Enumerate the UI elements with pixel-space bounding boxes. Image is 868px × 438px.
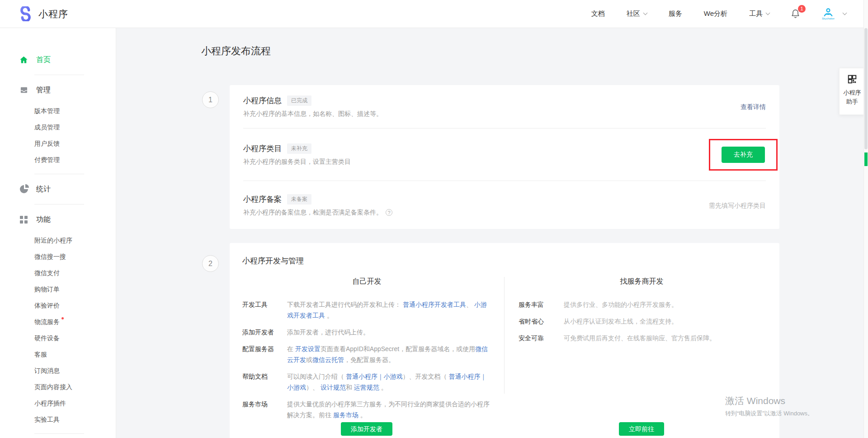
- go-now-button[interactable]: 立即前往: [619, 422, 664, 436]
- account-chevron-down-icon[interactable]: [843, 10, 847, 15]
- sidebar: 首页 管理 版本管理 成员管理 用户反馈 付费管理 统计: [0, 28, 116, 438]
- view-details-link[interactable]: 查看详情: [741, 103, 766, 110]
- inline-link[interactable]: 设计规范: [321, 384, 346, 391]
- sidebar-item-payment-management[interactable]: 付费管理: [34, 152, 116, 168]
- fill-category-button[interactable]: 去补充: [722, 147, 765, 163]
- row-description: 补充小程序的服务类目，设置主营类目: [243, 158, 766, 166]
- inline-link[interactable]: 微信云托管: [312, 356, 344, 363]
- avatar-caption: Skychaker: [822, 17, 835, 20]
- sidebar-item-shopping-orders[interactable]: 购物订单: [34, 281, 116, 297]
- scrollbar-highlight-marker: [864, 152, 868, 166]
- inline-text: ）、开发文档（: [403, 373, 449, 380]
- sidebar-divider: [34, 204, 84, 205]
- chevron-down-icon: [766, 10, 770, 15]
- sidebar-item-member-management[interactable]: 成员管理: [34, 119, 116, 135]
- inline-link[interactable]: 运营规范: [354, 384, 379, 391]
- logo-text: 小程序: [38, 8, 68, 20]
- inline-text: 添加开发者，进行代码上传。: [287, 328, 369, 336]
- flow-row-miniprogram-category: 小程序类目 未补充 补充小程序的服务类目，设置主营类目 去补充: [230, 129, 779, 181]
- inline-link[interactable]: 服务市场: [333, 411, 359, 419]
- sidebar-item-statistics[interactable]: 统计: [0, 180, 116, 198]
- dev-row-label: 帮助文档: [242, 371, 287, 393]
- add-developer-button[interactable]: 添加开发者: [341, 422, 392, 436]
- sidebar-divider: [34, 433, 84, 434]
- top-nav: 文档 社区 服务 We分析 工具 1 Skychaker: [570, 5, 846, 23]
- sidebar-item-subscribe-message[interactable]: 订阅消息: [34, 362, 116, 379]
- inline-text: 或: [306, 356, 312, 363]
- miniprogram-logo[interactable]: 小程序: [18, 6, 68, 21]
- self-dev-column: 自己开发 开发工具 下载开发者工具进行代码的开发和上传： 普通小程序开发者工具、…: [230, 273, 504, 426]
- notification-badge: 1: [798, 5, 806, 13]
- inline-text: 。: [325, 312, 333, 319]
- sidebar-manage-label: 管理: [36, 86, 51, 95]
- nav-community[interactable]: 社区: [627, 10, 647, 18]
- column-divider: [504, 277, 505, 394]
- vendor-row-label: 服务丰富: [519, 299, 564, 310]
- inline-link[interactable]: ｜: [481, 373, 487, 380]
- sidebar-item-user-feedback[interactable]: 用户反馈: [34, 135, 116, 152]
- annotation-highlight-box: 去补充: [709, 139, 778, 171]
- chevron-down-icon: [643, 10, 647, 15]
- sidebar-item-page-content-access[interactable]: 页面内容接入: [34, 379, 116, 395]
- sidebar-item-hardware-device[interactable]: 硬件设备: [34, 330, 116, 346]
- prerequisite-note: 需先填写小程序类目: [709, 201, 766, 209]
- sidebar-item-miniprogram-plugin[interactable]: 小程序插件: [34, 395, 116, 411]
- help-icon[interactable]: ?: [386, 209, 392, 216]
- sidebar-item-nearby-miniprogram[interactable]: 附近的小程序: [34, 232, 116, 248]
- inline-text: 页面查看AppID和AppSecret，配置服务器域名，或使用: [321, 345, 475, 352]
- nav-service[interactable]: 服务: [669, 10, 682, 18]
- nav-tools-label: 工具: [749, 10, 763, 18]
- sidebar-item-customer-service[interactable]: 客服: [34, 346, 116, 362]
- inline-text: 、: [466, 301, 474, 308]
- inline-link[interactable]: 开发设置: [295, 345, 321, 352]
- vendor-row-text: 可免费试用后再支付、在线客服响应、官方售后保障。: [564, 333, 716, 343]
- sidebar-divider: [34, 75, 84, 75]
- inline-link[interactable]: 小游戏: [287, 384, 306, 391]
- qr-code-icon: [847, 74, 857, 84]
- vendor-row-safe-reliable: 安全可靠 可免费试用后再支付、在线客服响应、官方售后保障。: [504, 333, 779, 343]
- avatar-logo-icon: [822, 8, 835, 17]
- sidebar-item-home[interactable]: 首页: [0, 51, 116, 69]
- grid-icon: [19, 215, 28, 224]
- scrollbar-thumb[interactable]: [864, 28, 868, 149]
- vendor-row-text: 提供多行业、多功能的小程序开发服务。: [564, 299, 678, 310]
- page-title: 小程序发布流程: [201, 44, 271, 58]
- inline-text: 提供大量优质的小程序第三方服务，为不同行业的商家提供合适的小程序解决方案。前往: [287, 400, 490, 419]
- inline-link[interactable]: 小游戏: [384, 373, 403, 380]
- sidebar-item-version-management[interactable]: 版本管理: [34, 103, 116, 119]
- inline-link[interactable]: 普通小程序: [346, 373, 377, 380]
- miniprogram-assistant-widget[interactable]: 小程序助手: [839, 68, 865, 115]
- nav-tools[interactable]: 工具: [749, 10, 769, 18]
- dev-row-help-docs: 帮助文档 可以阅读入门介绍（ 普通小程序｜小游戏）、开发文档（ 普通小程序｜小游…: [230, 371, 504, 393]
- status-badge-completed: 已完成: [287, 95, 311, 106]
- nav-we-analytics[interactable]: We分析: [704, 10, 727, 18]
- assistant-widget-label: 小程序助手: [843, 88, 862, 106]
- sidebar-divider: [34, 174, 84, 174]
- row-description: 补充小程序的基本信息，如名称、图标、描述等。: [243, 110, 766, 118]
- vendor-dev-header: 找服务商开发: [504, 277, 779, 286]
- sidebar-item-experience-review[interactable]: 体验评价: [34, 297, 116, 314]
- pie-chart-icon: [19, 185, 28, 194]
- nav-docs[interactable]: 文档: [591, 10, 605, 18]
- sidebar-home-label: 首页: [36, 55, 51, 65]
- notification-bell[interactable]: 1: [790, 9, 801, 19]
- category-action-area: 去补充: [709, 139, 778, 171]
- sidebar-item-manage[interactable]: 管理: [0, 81, 116, 99]
- step-1-number: 1: [202, 91, 219, 108]
- sidebar-item-wechat-search[interactable]: 微信搜一搜: [34, 248, 116, 265]
- sidebar-item-wechat-pay[interactable]: 微信支付: [34, 265, 116, 281]
- account-avatar[interactable]: Skychaker: [820, 5, 837, 23]
- vendor-row-time-saving: 省时省心 从小程序认证到发布上线，全流程支持。: [504, 316, 779, 327]
- inline-link[interactable]: 普通小程序: [449, 373, 481, 380]
- sidebar-item-logistics-service[interactable]: 物流服务: [34, 314, 116, 330]
- dev-row-text: 在 开发设置页面查看AppID和AppSecret，配置服务器域名，或使用微信云…: [287, 343, 492, 365]
- vendor-row-label: 安全可靠: [519, 333, 564, 343]
- inline-link[interactable]: ｜: [377, 373, 384, 380]
- inline-link[interactable]: 普通小程序开发者工具: [403, 301, 466, 308]
- sidebar-item-experiment-tools[interactable]: 实验工具: [34, 411, 116, 428]
- page-scrollbar[interactable]: [863, 0, 868, 438]
- new-badge-dot: [61, 317, 64, 319]
- vendor-row-text: 从小程序认证到发布上线，全流程支持。: [564, 316, 678, 327]
- sidebar-item-features[interactable]: 功能: [0, 210, 116, 229]
- dev-row-text: 提供大量优质的小程序第三方服务，为不同行业的商家提供合适的小程序解决方案。前往 …: [287, 399, 492, 420]
